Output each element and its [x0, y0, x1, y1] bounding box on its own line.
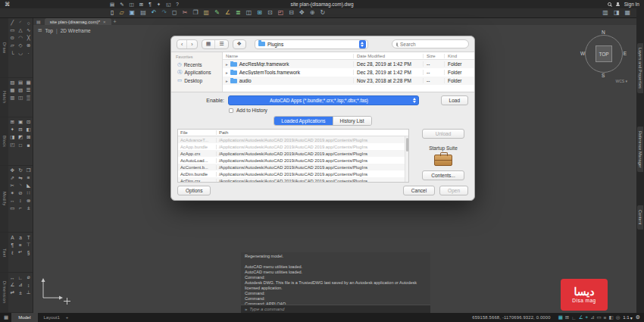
open-button[interactable]: Open: [439, 186, 468, 195]
palette-tool-icon[interactable]: ⌀: [24, 274, 33, 281]
palette-tool-icon[interactable]: ⊥: [24, 289, 33, 296]
xref-icon[interactable]: ◰: [278, 10, 284, 16]
column-kind[interactable]: Kind: [444, 54, 474, 58]
list-view-button[interactable]: ☰: [214, 40, 227, 48]
add-to-history-checkbox[interactable]: [229, 108, 233, 113]
column-size[interactable]: Size: [423, 54, 444, 58]
lineweight-icon[interactable]: ≡: [604, 315, 607, 320]
palette-tool-icon[interactable]: ⇋: [17, 174, 25, 182]
menu-help-icon[interactable]: ?: [176, 2, 179, 8]
palette-tool-icon[interactable]: ╱: [8, 19, 17, 27]
palette-tool-icon[interactable]: ⊤: [24, 241, 33, 249]
measure-icon[interactable]: ∠: [225, 10, 230, 16]
palette-tool-icon[interactable]: ⊙: [8, 34, 17, 42]
add-layout-button[interactable]: +: [66, 315, 69, 320]
palette-tool-icon[interactable]: ±: [24, 205, 33, 212]
user-icon[interactable]: [616, 2, 620, 6]
new-tab-button[interactable]: +: [114, 19, 117, 24]
cancel-button[interactable]: Cancel: [403, 186, 435, 195]
coordinates-display[interactable]: 659158.5668, -1170696.9322, 0.0000: [472, 315, 550, 320]
disclosure-icon[interactable]: ▸: [226, 79, 228, 83]
palette-tool-icon[interactable]: ⊟: [17, 126, 25, 133]
palette-tool-icon[interactable]: ☰: [24, 86, 33, 94]
palette-tool-icon[interactable]: §: [24, 249, 33, 256]
palette-tool-icon[interactable]: ↔: [8, 274, 17, 281]
sign-in-button[interactable]: Sign In: [624, 2, 639, 7]
column-path[interactable]: Path: [216, 130, 408, 135]
viewport-menu-icon[interactable]: ⊞: [38, 27, 42, 33]
redo-icon[interactable]: ↷: [161, 10, 167, 16]
files-panel-icon[interactable]: ▤: [36, 19, 41, 24]
column-file[interactable]: File: [178, 130, 216, 135]
contents-button[interactable]: Contents...: [422, 170, 464, 180]
viewcube-top-face[interactable]: TOP: [596, 45, 612, 62]
options-button[interactable]: Options: [177, 186, 211, 195]
menu-format-icon[interactable]: ¶: [148, 2, 152, 8]
palette-tool-icon[interactable]: ◩: [17, 133, 25, 141]
loaded-app-row[interactable]: AcDim.bundle /Applications/Autodesk/Auto…: [178, 170, 408, 177]
palette-tool-icon[interactable]: ◠: [17, 34, 25, 42]
disclosure-icon[interactable]: ▸: [226, 70, 228, 75]
palette-tool-icon[interactable]: ℓ: [8, 249, 17, 256]
palette-tool-icon[interactable]: ◨: [8, 133, 17, 141]
palette-tool-icon[interactable]: ▤: [17, 79, 25, 86]
plot-preview-icon[interactable]: ◻: [172, 10, 177, 16]
grid-icon[interactable]: ▦: [558, 314, 563, 320]
palette-tool-icon[interactable]: ⊘: [17, 189, 25, 197]
back-button[interactable]: ‹: [177, 40, 186, 48]
grid-toggle-icon[interactable]: ▦: [624, 10, 630, 16]
icon-view-button[interactable]: ▦: [202, 40, 215, 48]
loaded-app-row[interactable]: AcApp.crx /Applications/Autodesk/AutoCAD…: [178, 150, 408, 157]
action-menu-button[interactable]: ❖: [233, 40, 245, 48]
layer-states-icon[interactable]: ◫: [246, 10, 252, 16]
tab-history-list[interactable]: History List: [333, 117, 371, 125]
pan-icon[interactable]: ✥: [299, 10, 305, 16]
palette-tool-icon[interactable]: ✂: [8, 182, 17, 189]
palette-tool-icon[interactable]: ❐: [24, 167, 33, 174]
palette-tool-icon[interactable]: △: [17, 27, 25, 34]
palette-tool-icon[interactable]: ⊿: [17, 281, 25, 289]
palette-tool-icon[interactable]: ±: [17, 289, 25, 296]
menu-view-icon[interactable]: ◫: [130, 2, 134, 8]
palette-tool-icon[interactable]: ▨: [8, 79, 17, 86]
panel-tab-layers-properties[interactable]: Layers and Properties: [637, 43, 643, 93]
transparency-icon[interactable]: ◧: [609, 314, 614, 320]
palette-tool-icon[interactable]: ◰: [8, 141, 17, 148]
palette-tool-icon[interactable]: ⊗: [24, 197, 33, 205]
favorite-desktop[interactable]: ▭ Desktop: [171, 77, 222, 84]
unload-button[interactable]: Unload: [422, 129, 464, 139]
forward-button[interactable]: ›: [186, 40, 196, 48]
layout1-tab[interactable]: Layout1: [41, 315, 63, 320]
panel-tab-content[interactable]: Content: [637, 205, 643, 229]
menu-tools-icon[interactable]: ✦: [157, 2, 161, 8]
compass-east[interactable]: E: [624, 51, 627, 56]
viewport-view-control[interactable]: Top: [45, 28, 52, 33]
file-row[interactable]: ▸ audio Nov 23, 2018 at 2:28 PM -- Folde…: [223, 77, 474, 85]
match-properties-icon[interactable]: ✎: [214, 10, 220, 16]
palette-tool-icon[interactable]: ⊡: [24, 118, 33, 126]
palette-tool-icon[interactable]: ∷: [24, 189, 33, 197]
viewport-visual-style-control[interactable]: 2D Wireframe: [61, 28, 91, 33]
search-input[interactable]: [400, 42, 467, 47]
palette-tool-icon[interactable]: T: [24, 233, 33, 241]
palette-tool-icon[interactable]: ◇: [17, 42, 25, 49]
file-row[interactable]: ▸ AecSystemTools.framework Dec 28, 2019 …: [223, 68, 474, 77]
palette-tool-icon[interactable]: ≡: [24, 174, 33, 182]
startup-suite-icon[interactable]: [434, 155, 452, 166]
insert-block-icon[interactable]: ⊡: [267, 10, 273, 16]
layers-icon[interactable]: ≣: [236, 10, 241, 16]
new-file-icon[interactable]: ▯: [111, 10, 114, 16]
scrollbar-thumb[interactable]: [406, 138, 408, 152]
palette-tool-icon[interactable]: ∠: [8, 281, 17, 289]
palette-tool-icon[interactable]: ↻: [17, 167, 25, 174]
loaded-app-row[interactable]: AcAutoLoad... /Applications/Autodesk/Aut…: [178, 157, 408, 164]
osnap-icon[interactable]: ⌖: [585, 314, 588, 320]
close-icon[interactable]: ×: [103, 20, 106, 24]
palette-tool-icon[interactable]: ■: [24, 141, 33, 148]
menu-edit-icon[interactable]: ✎: [120, 2, 123, 8]
copy-icon[interactable]: ❐: [192, 10, 198, 16]
orbit-icon[interactable]: ↻: [320, 10, 325, 16]
palette-tool-icon[interactable]: ⇗: [8, 174, 17, 182]
palette-tool-icon[interactable]: ✥: [8, 167, 17, 174]
dynamic-input-icon[interactable]: ▭: [597, 314, 602, 320]
